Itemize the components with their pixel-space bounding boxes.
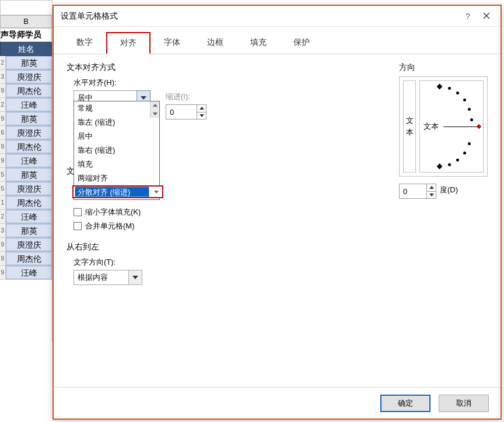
dial-dot-icon — [463, 99, 466, 101]
table-row[interactable]: 9汪峰 — [0, 266, 52, 280]
dialog-title: 设置单元格格式 — [61, 11, 459, 22]
listbox-scrollbar[interactable] — [150, 101, 159, 118]
cancel-button[interactable]: 取消 — [439, 395, 489, 412]
merge-cells-checkbox[interactable]: 合并单元格(M) — [74, 221, 141, 231]
name-cell[interactable]: 庾澄庆 — [6, 126, 52, 139]
row-number: 2 — [0, 56, 6, 69]
dialog-body: 文本对齐方式 水平对齐(H): 缩进(I): 常 — [54, 54, 501, 387]
help-button[interactable]: ? — [459, 12, 477, 21]
row-number: 9 — [0, 140, 6, 153]
name-cell[interactable]: 汪峰 — [6, 98, 52, 111]
tab-字体[interactable]: 字体 — [150, 32, 194, 54]
row-number: 6 — [0, 126, 6, 139]
table-row[interactable]: 5庾澄庆 — [0, 182, 52, 196]
column-heading-cell[interactable]: 姓名 — [0, 42, 52, 56]
align-option[interactable]: 填充 — [74, 157, 159, 171]
table-row[interactable]: 5那英 — [0, 168, 52, 182]
orientation-label: 方向 — [399, 62, 488, 73]
table-row[interactable]: 9汪峰 — [0, 154, 52, 168]
indent-input[interactable] — [166, 104, 197, 119]
name-cell[interactable]: 那英 — [6, 168, 52, 181]
align-option[interactable]: 靠右 (缩进) — [74, 143, 159, 157]
checkbox-icon — [74, 208, 82, 216]
name-cell[interactable]: 汪峰 — [6, 266, 52, 279]
name-cell[interactable]: 那英 — [6, 56, 52, 69]
row-number: 1 — [0, 196, 6, 209]
tab-填充[interactable]: 填充 — [237, 32, 280, 54]
align-option[interactable]: 常规 — [74, 101, 159, 115]
row-number: 9 — [0, 266, 6, 279]
row-number: 5 — [0, 168, 6, 181]
align-option[interactable]: 两端对齐 — [74, 171, 159, 185]
shrink-to-fit-checkbox[interactable]: 缩小字体填充(K) — [74, 207, 141, 217]
indent-label: 缩进(I): — [166, 92, 206, 102]
row-number: 5 — [0, 182, 6, 195]
indent-spinner[interactable] — [166, 104, 206, 119]
name-cell[interactable]: 庾澄庆 — [6, 70, 52, 83]
name-cell[interactable]: 庾澄庆 — [6, 182, 52, 195]
close-button[interactable] — [477, 11, 496, 22]
rtl-section-title: 从右到左 — [66, 242, 142, 252]
degree-down[interactable] — [427, 192, 436, 199]
name-cell[interactable]: 汪峰 — [6, 210, 52, 223]
indent-up[interactable] — [197, 105, 206, 112]
shrink-to-fit-label: 缩小字体填充(K) — [85, 207, 141, 217]
dial-dot-icon — [468, 142, 471, 145]
row-number: 9 — [0, 112, 6, 125]
table-row[interactable]: 9周杰伦 — [0, 252, 52, 266]
table-row[interactable]: 6庾澄庆 — [0, 126, 52, 140]
row-number: 9 — [0, 84, 6, 97]
table-row[interactable]: 9周杰伦 — [0, 140, 52, 154]
tab-保护[interactable]: 保护 — [280, 32, 323, 54]
tab-strip: 数字对齐字体边框填充保护 — [54, 27, 501, 54]
name-cell[interactable]: 那英 — [6, 224, 52, 237]
degree-spinner[interactable] — [399, 184, 436, 199]
name-cell[interactable]: 庾澄庆 — [6, 238, 52, 251]
name-cell[interactable]: 汪峰 — [6, 154, 52, 167]
text-direction-label: 文字方向(T): — [74, 257, 142, 268]
vertical-text-char: 本 — [406, 127, 414, 138]
align-option[interactable]: 居中 — [74, 129, 159, 143]
table-row[interactable]: 3那英 — [0, 224, 52, 238]
name-cell[interactable]: 周杰伦 — [6, 84, 52, 97]
table-row[interactable]: 9那英 — [0, 112, 52, 126]
dial-dot-icon — [448, 87, 451, 90]
align-option[interactable]: 靠左 (缩进) — [74, 115, 159, 129]
table-row[interactable]: 3庾澄庆 — [0, 70, 52, 84]
indent-down[interactable] — [197, 112, 206, 119]
vertical-text-button[interactable]: 文 本 — [403, 80, 416, 173]
text-direction-input[interactable] — [74, 270, 128, 285]
text-direction-dropdown-button[interactable] — [128, 270, 142, 285]
row-number: 2 — [0, 210, 6, 223]
horizontal-align-selected-option[interactable]: 分散对齐 (缩进) — [72, 185, 163, 198]
dial-text-label: 文本 — [424, 121, 439, 132]
degree-label: 度(D) — [440, 185, 458, 195]
table-row[interactable]: 2那英 — [0, 56, 52, 70]
table-row[interactable]: 9周杰伦 — [0, 84, 52, 98]
ok-button[interactable]: 确定 — [380, 395, 430, 412]
formula-bar — [0, 0, 52, 15]
text-direction-combo[interactable] — [74, 270, 142, 285]
column-header[interactable]: B — [0, 15, 52, 28]
table-row[interactable]: 9庾澄庆 — [0, 238, 52, 252]
dial-diamond-icon — [437, 84, 443, 90]
table-row[interactable]: 1周杰伦 — [0, 196, 52, 210]
degree-up[interactable] — [427, 184, 436, 192]
format-cells-dialog: 设置单元格格式 ? 数字对齐字体边框填充保护 文本对齐方式 水平对齐(H): 缩… — [52, 5, 502, 420]
name-cell[interactable]: 那英 — [6, 112, 52, 125]
tab-数字[interactable]: 数字 — [63, 32, 106, 54]
table-row[interactable]: 2汪峰 — [0, 98, 52, 112]
selected-option-text: 分散对齐 (缩进) — [75, 187, 149, 197]
degree-input[interactable] — [399, 184, 427, 199]
sheet-title-cell[interactable]: 声导师学员 — [0, 28, 52, 42]
vertical-text-char: 文 — [406, 115, 414, 126]
table-row[interactable]: 2汪峰 — [0, 210, 52, 224]
tab-对齐[interactable]: 对齐 — [106, 32, 150, 54]
orientation-dial[interactable]: 文本 — [419, 80, 484, 173]
dial-dot-icon — [468, 108, 471, 111]
name-cell[interactable]: 周杰伦 — [6, 196, 52, 209]
name-cell[interactable]: 周杰伦 — [6, 252, 52, 265]
tab-边框[interactable]: 边框 — [194, 32, 237, 54]
name-cell[interactable]: 周杰伦 — [6, 140, 52, 153]
orientation-panel: 方向 文 本 文本 — [399, 62, 488, 199]
